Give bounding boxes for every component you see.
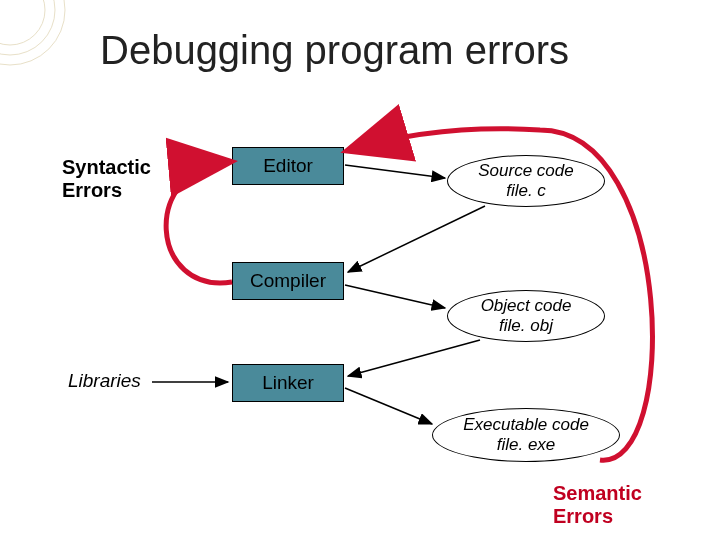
box-linker: Linker (232, 364, 344, 402)
svg-line-5 (345, 285, 445, 308)
svg-line-3 (345, 165, 445, 178)
label-syntactic-errors: Syntactic Errors (62, 156, 151, 202)
svg-point-1 (0, 0, 55, 55)
label-libraries: Libraries (68, 370, 141, 392)
oval-executable-line1: Executable code (463, 415, 589, 435)
oval-object-line1: Object code (481, 296, 572, 316)
oval-source-code: Source code file. c (447, 155, 605, 207)
oval-source-line2: file. c (506, 181, 546, 201)
oval-object-code: Object code file. obj (447, 290, 605, 342)
oval-source-line1: Source code (478, 161, 573, 181)
corner-decoration (0, 0, 100, 100)
box-editor: Editor (232, 147, 344, 185)
label-semantic-errors: Semantic Errors (553, 482, 642, 528)
svg-line-4 (348, 206, 485, 272)
box-compiler: Compiler (232, 262, 344, 300)
slide-title: Debugging program errors (100, 28, 569, 73)
oval-executable-code: Executable code file. exe (432, 408, 620, 462)
svg-line-6 (348, 340, 480, 376)
svg-point-2 (0, 0, 45, 45)
oval-object-line2: file. obj (499, 316, 553, 336)
arrow-layer (0, 0, 720, 540)
oval-executable-line2: file. exe (497, 435, 556, 455)
svg-line-7 (345, 388, 432, 424)
svg-point-0 (0, 0, 65, 65)
